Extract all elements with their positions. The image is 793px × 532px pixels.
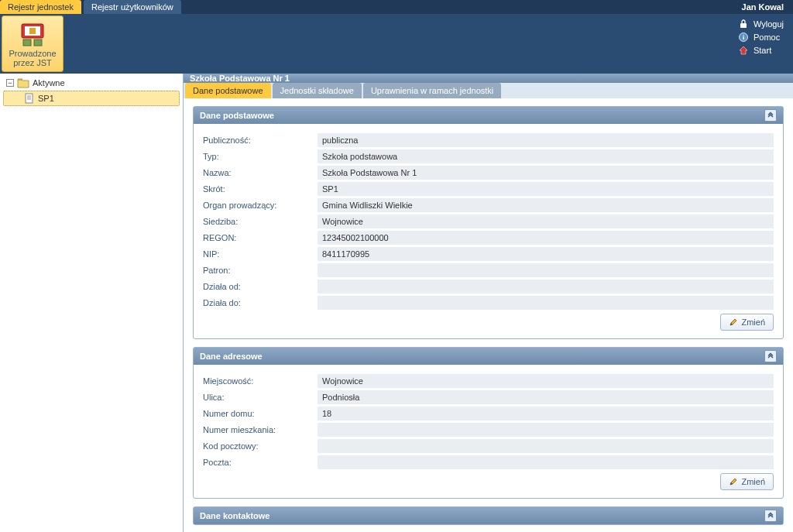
info-icon: i: [738, 32, 749, 43]
tree-child-label: SP1: [38, 94, 54, 103]
link-start-label: Start: [754, 46, 771, 55]
field-ulica: Ulica:Podniosła: [203, 389, 774, 405]
lock-icon: [738, 19, 749, 29]
field-skrot: Skrót:SP1: [203, 180, 774, 197]
svg-rect-8: [26, 94, 33, 103]
panel-dane-adresowe: Dane adresowe Miejscowość:Wojnowice Ulic…: [193, 347, 784, 499]
panel-dane-kontaktowe: Dane kontaktowe: [193, 506, 784, 525]
collapse-panel-button[interactable]: [764, 350, 777, 362]
field-poczta: Poczta:: [203, 454, 774, 470]
edit-basic-button[interactable]: Zmień: [720, 314, 774, 331]
tree-root-label: Aktywne: [33, 78, 65, 88]
field-miejscowosc: Miejscowość:Wojnowice: [203, 372, 774, 389]
collapse-panel-button[interactable]: [764, 109, 777, 122]
ribbon-links: Wyloguj i Pomoc Start: [738, 14, 793, 74]
ribbon-button-label-2: przez JST: [13, 58, 52, 67]
panel-title: Dane adresowe: [200, 352, 263, 361]
chevron-up-icon: [767, 512, 774, 520]
edit-address-button[interactable]: Zmień: [720, 473, 774, 490]
pencil-icon: [729, 477, 738, 486]
field-organ: Organ prowadzący:Gmina Widliszki Wielkie: [203, 197, 774, 213]
content-title: Szkoła Podstawowa Nr 1: [184, 74, 793, 83]
link-wyloguj[interactable]: Wyloguj: [738, 19, 784, 29]
document-icon: [24, 93, 35, 104]
link-start[interactable]: Start: [738, 45, 784, 56]
collapse-icon[interactable]: −: [6, 79, 14, 87]
top-bar: Rejestr jednostek Rejestr użytkowników J…: [0, 0, 793, 14]
folder-icon: [17, 77, 29, 88]
field-patron: Patron:: [203, 262, 774, 278]
edit-address-label: Zmień: [741, 477, 765, 486]
field-dziala-od: Działa od:: [203, 278, 774, 294]
pencil-icon: [729, 317, 738, 327]
ribbon-button-label-1: Prowadzone: [9, 49, 56, 58]
tab-uprawnienia[interactable]: Uprawnienia w ramach jednostki: [363, 83, 501, 98]
tree-root-item[interactable]: − Aktywne: [3, 75, 180, 91]
svg-rect-5: [740, 23, 747, 28]
user-name: Jan Kowal: [742, 2, 793, 12]
ribbon-bar: Prowadzone przez JST Wyloguj i Pomoc Sta…: [0, 14, 793, 74]
link-pomoc-label: Pomoc: [754, 33, 780, 42]
field-nip: NIP:8411170995: [203, 245, 774, 262]
panel-dane-podstawowe: Dane podstawowe Publiczność:publiczna Ty…: [193, 106, 784, 339]
collapse-panel-button[interactable]: [764, 510, 777, 522]
sidebar-tree: − Aktywne SP1: [0, 74, 184, 532]
link-wyloguj-label: Wyloguj: [754, 19, 784, 29]
field-dziala-do: Działa do:: [203, 294, 774, 311]
field-numer-mieszkania: Numer mieszkania:: [203, 421, 774, 438]
field-kod-pocztowy: Kod pocztowy:: [203, 438, 774, 454]
chevron-up-icon: [767, 112, 774, 119]
link-pomoc[interactable]: i Pomoc: [738, 32, 784, 43]
content-tabs: Dane podstawowe Jednostki składowe Upraw…: [184, 83, 793, 98]
field-publicznosc: Publiczność:publiczna: [203, 132, 774, 148]
tab-rejestr-uzytkownikow[interactable]: Rejestr użytkowników: [84, 0, 181, 14]
field-siedziba: Siedziba:Wojnowice: [203, 213, 774, 229]
chevron-up-icon: [767, 352, 774, 360]
svg-rect-2: [29, 28, 36, 34]
edit-basic-label: Zmień: [741, 317, 765, 327]
panel-title: Dane kontaktowe: [200, 511, 269, 520]
field-nazwa: Nazwa:Szkoła Podstawowa Nr 1: [203, 164, 774, 180]
tab-jednostki-skladowe[interactable]: Jednostki składowe: [273, 83, 362, 98]
field-typ: Typ:Szkoła podstawowa: [203, 148, 774, 164]
svg-rect-4: [34, 39, 42, 46]
svg-rect-3: [23, 39, 31, 46]
tab-rejestr-jednostek[interactable]: Rejestr jednostek: [0, 0, 81, 14]
home-icon: [738, 45, 749, 56]
tree-child-item[interactable]: SP1: [3, 91, 180, 106]
field-regon: REGON:12345002100000: [203, 229, 774, 245]
content-area: Szkoła Podstawowa Nr 1 Dane podstawowe J…: [184, 74, 793, 532]
panel-title: Dane podstawowe: [200, 111, 274, 120]
building-icon: [19, 21, 46, 49]
field-numer-domu: Numer domu:18: [203, 405, 774, 421]
ribbon-button-prowadzone[interactable]: Prowadzone przez JST: [2, 15, 64, 72]
tab-dane-podstawowe[interactable]: Dane podstawowe: [185, 83, 271, 98]
